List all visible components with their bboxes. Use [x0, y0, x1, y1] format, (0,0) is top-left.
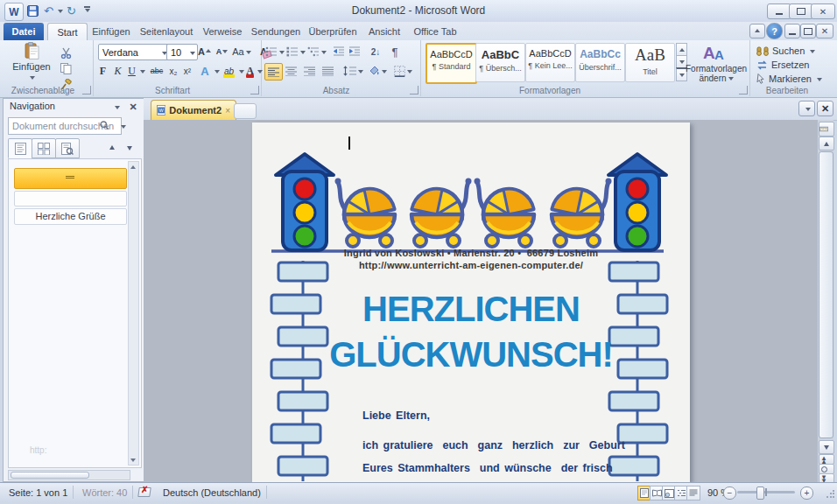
nav-scroll-down[interactable] [129, 455, 137, 465]
nav-item-result[interactable]: Herzliche Grüße [14, 208, 127, 225]
nav-tab-results[interactable] [55, 138, 80, 158]
zoom-in-button[interactable] [800, 486, 813, 500]
shrink-font-button[interactable]: A [215, 44, 229, 60]
group-label: Formatvorlagen [420, 86, 679, 95]
style-ueberschrift2[interactable]: AaBbCcÜberschrif... [575, 43, 625, 82]
tab-list-dropdown[interactable] [798, 101, 815, 116]
zoom-out-button[interactable] [723, 486, 736, 500]
multilevel-list-button[interactable] [306, 44, 327, 60]
style-ueberschrift1[interactable]: AaBbC¶ Übersch... [475, 43, 525, 82]
document-tab-active[interactable]: W Dokument2 × [151, 100, 236, 120]
grow-font-button[interactable]: A [196, 44, 213, 60]
new-tab-button[interactable] [234, 103, 257, 119]
font-size-combo[interactable]: 10 [166, 44, 198, 60]
help-button[interactable]: ? [766, 23, 783, 39]
tab-datei[interactable]: Datei [4, 23, 44, 40]
word-count-status[interactable]: Wörter: 40 [77, 486, 133, 499]
tab-ueberpruefen[interactable]: Überprüfen [305, 23, 361, 40]
select-button[interactable]: Markieren [756, 71, 826, 87]
scrollbar-thumb[interactable] [819, 151, 833, 438]
styles-gallery-up[interactable] [676, 43, 687, 56]
clipboard-dialog-launcher[interactable] [82, 86, 91, 94]
cut-button[interactable] [58, 45, 74, 60]
next-result-button[interactable] [123, 141, 137, 155]
tab-office-tab[interactable]: Office Tab [408, 23, 462, 40]
tab-verweise[interactable]: Verweise [198, 23, 247, 40]
tab-close-icon[interactable]: × [225, 106, 230, 116]
resize-grip[interactable] [826, 490, 834, 499]
tabbar-close-button[interactable]: ✕ [817, 101, 833, 116]
paste-button[interactable]: Einfügen [11, 42, 53, 82]
style-kein-leerraum[interactable]: AaBbCcD¶ Kein Lee... [525, 43, 575, 82]
align-center-button[interactable] [283, 63, 299, 79]
tab-start[interactable]: Start [47, 23, 88, 41]
nav-scrollbar[interactable] [128, 161, 139, 466]
justify-button[interactable] [320, 63, 336, 79]
line-spacing-button[interactable] [341, 63, 364, 79]
subscript-button[interactable]: x₂ [166, 63, 180, 79]
zoom-slider-thumb[interactable] [756, 486, 764, 500]
increase-indent-button[interactable] [347, 44, 362, 60]
nav-tab-pages[interactable] [32, 138, 56, 158]
nav-scroll-up[interactable] [129, 162, 137, 172]
search-icon[interactable] [100, 121, 109, 130]
ruler-toggle-button[interactable] [819, 122, 834, 136]
tab-einfuegen[interactable]: Einfügen [88, 23, 135, 40]
align-right-button[interactable] [301, 63, 318, 79]
maximize-button[interactable] [789, 4, 813, 19]
show-paragraph-marks-button[interactable]: ¶ [387, 44, 403, 60]
style-titel[interactable]: AaBTitel [625, 43, 675, 82]
minimize-button[interactable] [767, 4, 791, 19]
doc-minimize-button[interactable] [784, 24, 800, 38]
caret-up-icon [206, 46, 211, 52]
bullets-button[interactable] [264, 44, 285, 60]
doc-close-button[interactable] [816, 24, 833, 38]
scroll-up-button[interactable] [819, 136, 834, 150]
paragraph-dialog-launcher[interactable] [410, 86, 418, 94]
text-effects-button[interactable]: A [198, 63, 212, 79]
nav-item-blank[interactable] [14, 191, 127, 206]
view-draft-button[interactable] [686, 486, 700, 500]
close-button[interactable] [811, 4, 835, 19]
text-effects-dropdown[interactable] [212, 63, 220, 79]
borders-button[interactable] [390, 63, 415, 79]
doc-restore-button[interactable] [800, 24, 816, 38]
bold-button[interactable]: F [96, 63, 109, 79]
nav-tab-headings[interactable] [8, 138, 32, 158]
collapse-ribbon-button[interactable] [749, 24, 765, 38]
tab-ansicht[interactable]: Ansicht [362, 23, 406, 40]
highlight-dropdown[interactable] [236, 63, 244, 79]
styles-dialog-launcher[interactable] [739, 86, 748, 94]
align-left-button[interactable] [264, 63, 283, 80]
search-options-dropdown[interactable] [116, 118, 130, 134]
highlight-color-button[interactable]: ab [222, 63, 236, 79]
sort-button[interactable]: 2↓ [366, 44, 385, 60]
navigation-close-icon[interactable]: ✕ [126, 100, 140, 114]
document-page[interactable]: Ingrid von Koslowski • Marienstr. 20 • 6… [252, 122, 690, 482]
superscript-button[interactable]: x² [180, 63, 194, 79]
numbering-button[interactable] [285, 44, 306, 60]
underline-button[interactable]: U [126, 63, 137, 79]
vertical-scrollbar[interactable]: ▴▴ ▾▾ [817, 120, 833, 482]
style-standard[interactable]: AaBbCcD¶ Standard [426, 43, 477, 84]
nav-hscroll-thumb[interactable] [11, 472, 89, 479]
scroll-down-button[interactable] [819, 440, 834, 454]
strikethrough-button[interactable]: abc [147, 63, 166, 79]
shading-button[interactable] [366, 63, 389, 79]
tab-seitenlayout[interactable]: Seitenlayout [137, 23, 196, 40]
previous-result-button[interactable] [105, 141, 119, 155]
copy-button[interactable] [58, 60, 74, 76]
underline-dropdown[interactable] [137, 63, 145, 79]
italic-button[interactable]: K [111, 63, 124, 79]
page-count-status[interactable]: Seite: 1 von 1 [4, 486, 74, 499]
tab-sendungen[interactable]: Sendungen [249, 23, 303, 40]
change-styles-button[interactable]: A A Formatvorlagen ändern [688, 42, 744, 86]
language-status[interactable]: Deutsch (Deutschland) [158, 486, 267, 499]
navigation-menu-button[interactable] [109, 100, 123, 114]
font-dialog-launcher[interactable] [250, 86, 259, 94]
decrease-indent-button[interactable] [331, 44, 347, 60]
nav-item-selected[interactable] [14, 168, 127, 189]
spellcheck-status[interactable] [133, 486, 156, 499]
nav-horizontal-scrollbar[interactable] [8, 470, 130, 480]
font-family-combo[interactable]: Verdana [98, 44, 170, 60]
